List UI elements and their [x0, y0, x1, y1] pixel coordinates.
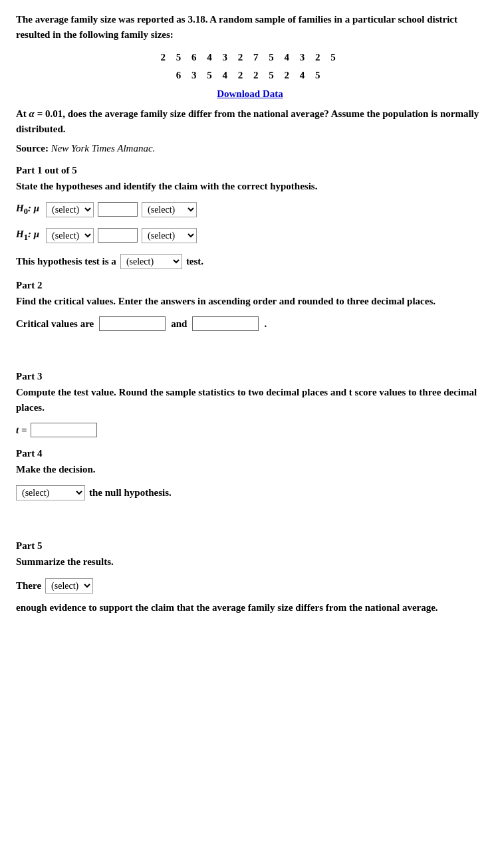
summary-suffix: enough evidence to support the claim tha… — [16, 599, 438, 617]
h0-label: H0: μ — [16, 203, 39, 217]
part4-header: Part 4 — [16, 448, 484, 459]
part3-instruction: Compute the test value. Round the sample… — [16, 385, 484, 415]
period: . — [264, 318, 267, 330]
source-text: Source: New York Times Almanac. — [16, 143, 484, 154]
summary-prefix: There — [16, 577, 41, 595]
decision-suffix: the null hypothesis. — [89, 487, 172, 498]
t-value-input[interactable] — [31, 423, 97, 437]
critical-value-2-input[interactable] — [192, 316, 259, 331]
decision-row: (select) Reject Do not reject the null h… — [16, 485, 484, 500]
decision-select[interactable]: (select) Reject Do not reject — [16, 485, 85, 500]
critical-value-1-input[interactable] — [99, 316, 166, 331]
part5-header: Part 5 — [16, 540, 484, 552]
test-type-select[interactable]: (select) left-tailed right-tailed two-ta… — [120, 254, 182, 269]
intro-text: The average family size was reported as … — [16, 12, 484, 42]
h1-claim-select[interactable]: (select) claim not claim — [142, 228, 197, 243]
part3-header: Part 3 — [16, 371, 484, 382]
h1-value-input[interactable] — [98, 228, 138, 243]
h0-comparison-select[interactable]: (select) = ≠ < > ≤ ≥ — [46, 202, 94, 217]
part2-instruction: Find the critical values. Enter the answ… — [16, 294, 484, 309]
t-value-row: t = — [16, 423, 484, 437]
and-label: and — [171, 318, 187, 330]
h0-row: H0: μ (select) = ≠ < > ≤ ≥ (select) clai… — [16, 202, 484, 217]
test-type-row: This hypothesis test is a (select) left-… — [16, 254, 484, 269]
test-prefix-text: This hypothesis test is a — [16, 256, 116, 267]
part1-instruction: State the hypotheses and identify the cl… — [16, 179, 484, 194]
h1-comparison-select[interactable]: (select) = ≠ < > ≤ ≥ — [46, 228, 94, 243]
part5-instruction: Summarize the results. — [16, 554, 484, 570]
data-row-1: 2 5 6 4 3 2 7 5 4 3 2 5 — [16, 49, 484, 66]
t-label: t = — [16, 425, 27, 436]
h0-claim-select[interactable]: (select) claim not claim — [142, 202, 197, 217]
part4-instruction: Make the decision. — [16, 462, 484, 477]
part1-header: Part 1 out of 5 — [16, 165, 484, 176]
data-row-2: 6 3 5 4 2 2 5 2 4 5 — [16, 66, 484, 84]
h0-value-input[interactable] — [98, 202, 138, 217]
critical-values-row: Critical values are and . — [16, 316, 484, 331]
critical-values-label: Critical values are — [16, 318, 94, 330]
download-data-link[interactable]: Download Data — [217, 88, 283, 99]
h1-row: H1: μ (select) = ≠ < > ≤ ≥ (select) clai… — [16, 228, 484, 243]
test-suffix-text: test. — [186, 256, 203, 267]
h1-label: H1: μ — [16, 229, 39, 243]
summary-select[interactable]: (select) is is not — [45, 578, 93, 594]
question-text: At α = 0.01, does the average family siz… — [16, 106, 484, 136]
part2-header: Part 2 — [16, 280, 484, 291]
summary-row: There (select) is is not enough evidence… — [16, 577, 484, 617]
